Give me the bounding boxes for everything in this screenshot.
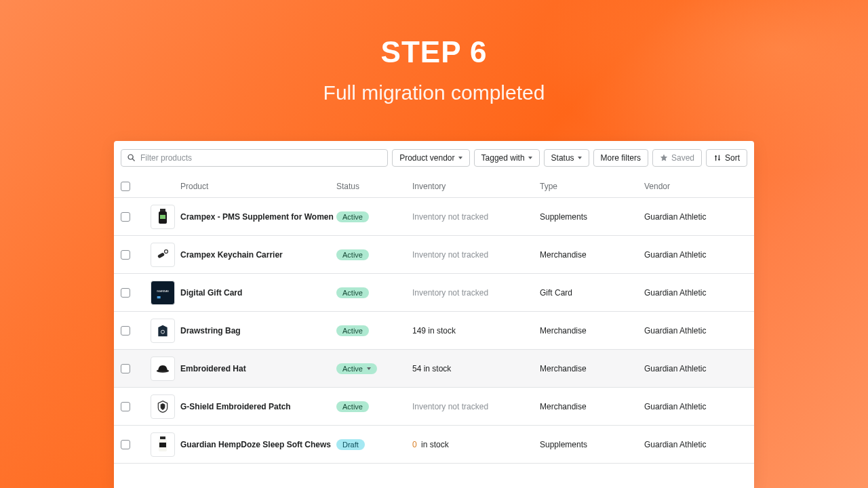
vendor-cell: Guardian Athletic (644, 402, 747, 411)
col-vendor: Vendor (644, 182, 747, 191)
chevron-down-icon (528, 157, 532, 159)
table-row[interactable]: GUARDIANDigital Gift CardActiveInventory… (114, 274, 754, 312)
col-status: Status (336, 182, 412, 191)
table-row[interactable]: G-Shield Embroidered PatchActiveInventor… (114, 388, 754, 426)
inventory-text: Inventory not tracked (412, 212, 488, 222)
inventory-text: Inventory not tracked (412, 402, 488, 411)
row-checkbox[interactable] (121, 402, 130, 411)
product-thumbnail[interactable] (151, 205, 175, 229)
row-checkbox[interactable] (121, 364, 130, 373)
inventory-cell: Inventory not tracked (412, 402, 540, 411)
status-badge: Active (336, 249, 369, 260)
product-name[interactable]: Digital Gift Card (180, 288, 336, 298)
svg-rect-10 (160, 436, 165, 439)
chevron-down-icon (458, 157, 462, 159)
svg-point-3 (165, 249, 168, 253)
product-thumbnail[interactable] (151, 432, 175, 457)
status-filter-button[interactable]: Status (544, 149, 589, 167)
page-header: STEP 6 Full migration completed (0, 0, 868, 104)
type-cell: Merchandise (540, 364, 644, 373)
search-icon (127, 153, 136, 163)
product-name[interactable]: Crampex - PMS Supplement for Women (180, 212, 336, 222)
type-cell: Supplements (540, 440, 644, 449)
status-badge: Draft (336, 439, 365, 450)
inventory-text: 54 in stock (412, 364, 451, 373)
inventory-cell: Inventory not tracked (412, 288, 540, 298)
vendor-cell: Guardian Athletic (644, 440, 747, 449)
product-thumbnail[interactable] (151, 243, 175, 267)
step-title: STEP 6 (0, 35, 868, 69)
product-name[interactable]: Drawstring Bag (180, 326, 336, 336)
inventory-cell: 0 in stock (412, 440, 540, 449)
col-product: Product (180, 182, 336, 191)
row-checkbox[interactable] (121, 440, 130, 449)
status-badge[interactable]: Active (336, 363, 377, 374)
product-thumbnail[interactable] (151, 319, 175, 343)
search-input-wrap[interactable] (121, 149, 388, 167)
select-all-checkbox[interactable] (121, 182, 130, 191)
inventory-cell: 54 in stock (412, 364, 540, 373)
inventory-text: Inventory not tracked (412, 288, 488, 298)
svg-rect-4 (157, 252, 165, 258)
status-badge: Active (336, 287, 369, 298)
svg-text:GUARDIAN: GUARDIAN (157, 290, 169, 293)
tagged-filter-button[interactable]: Tagged with (474, 149, 540, 167)
inventory-text: 149 in stock (412, 326, 456, 336)
svg-rect-12 (159, 443, 166, 447)
sort-icon (713, 154, 722, 162)
type-cell: Merchandise (540, 326, 644, 336)
inventory-suffix: in stock (419, 440, 449, 449)
sort-button[interactable]: Sort (706, 149, 747, 167)
row-checkbox[interactable] (121, 326, 130, 336)
saved-button[interactable]: Saved (652, 149, 702, 167)
inventory-qty: 0 (412, 440, 417, 449)
vendor-filter-button[interactable]: Product vendor (392, 149, 469, 167)
more-filters-button[interactable]: More filters (593, 149, 648, 167)
products-table: Product Status Inventory Type Vendor Cra… (114, 175, 754, 464)
vendor-cell: Guardian Athletic (644, 364, 747, 373)
vendor-cell: Guardian Athletic (644, 212, 747, 222)
type-cell: Merchandise (540, 402, 644, 411)
inventory-cell: 149 in stock (412, 326, 540, 336)
chevron-down-icon (367, 367, 371, 370)
table-row[interactable]: Guardian HempDoze Sleep Soft ChewsDraft0… (114, 426, 754, 464)
status-badge: Active (336, 401, 369, 412)
search-input[interactable] (140, 153, 382, 163)
product-name[interactable]: Embroidered Hat (180, 364, 336, 373)
type-cell: Gift Card (540, 288, 644, 298)
table-row[interactable]: Drawstring BagActive149 in stockMerchand… (114, 312, 754, 350)
filter-bar: Product vendor Tagged with Status More f… (114, 141, 754, 175)
row-checkbox[interactable] (121, 288, 130, 298)
svg-rect-7 (157, 296, 161, 298)
product-thumbnail[interactable]: GUARDIAN (151, 281, 175, 305)
table-row[interactable]: Embroidered HatActive54 in stockMerchand… (114, 350, 754, 388)
vendor-cell: Guardian Athletic (644, 326, 747, 336)
col-inventory: Inventory (412, 182, 540, 191)
products-panel: Product vendor Tagged with Status More f… (114, 141, 754, 488)
vendor-cell: Guardian Athletic (644, 288, 747, 298)
col-type: Type (540, 182, 644, 191)
chevron-down-icon (578, 157, 582, 159)
table-row[interactable]: Crampex Keychain CarrierActiveInventory … (114, 236, 754, 274)
step-subtitle: Full migration completed (0, 81, 868, 104)
inventory-text: Inventory not tracked (412, 250, 488, 260)
row-checkbox[interactable] (121, 212, 130, 222)
product-name[interactable]: Crampex Keychain Carrier (180, 250, 336, 260)
svg-rect-2 (160, 215, 165, 219)
product-name[interactable]: G-Shield Embroidered Patch (180, 402, 336, 411)
row-checkbox[interactable] (121, 250, 130, 260)
product-thumbnail[interactable] (151, 357, 175, 381)
type-cell: Supplements (540, 212, 644, 222)
status-badge: Active (336, 211, 369, 222)
vendor-cell: Guardian Athletic (644, 250, 747, 260)
star-icon (660, 154, 668, 162)
table-header-row: Product Status Inventory Type Vendor (114, 175, 754, 198)
svg-rect-0 (160, 209, 165, 211)
product-name[interactable]: Guardian HempDoze Sleep Soft Chews (180, 440, 336, 449)
status-badge: Active (336, 325, 369, 336)
product-thumbnail[interactable] (151, 394, 175, 419)
table-row[interactable]: Crampex - PMS Supplement for WomenActive… (114, 198, 754, 236)
inventory-cell: Inventory not tracked (412, 212, 540, 222)
type-cell: Merchandise (540, 250, 644, 260)
inventory-cell: Inventory not tracked (412, 250, 540, 260)
